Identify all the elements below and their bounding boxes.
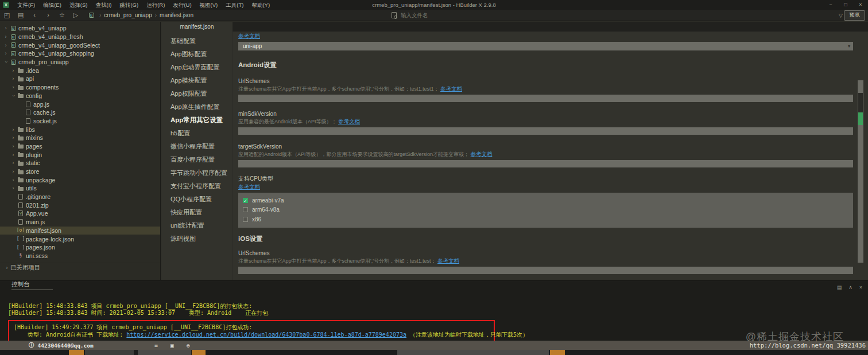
minimize-button[interactable]: −: [823, 0, 838, 10]
tree-item-0201-zip[interactable]: 0201.zip: [0, 201, 160, 209]
layout-grid-icon[interactable]: ▣: [170, 342, 174, 349]
console-tab[interactable]: 控制台: [11, 280, 53, 290]
nav-item-app-other-settings[interactable]: App常用其它设置: [161, 114, 232, 127]
chevron-right-icon[interactable]: [10, 127, 17, 132]
tree-item-app-js[interactable]: app.js: [0, 100, 160, 108]
app-platform-select[interactable]: uni-app ▾: [238, 42, 853, 50]
config-scrollbar-thumb-marker[interactable]: [858, 112, 863, 125]
chevron-right-icon[interactable]: [10, 143, 17, 149]
chevron-right-icon[interactable]: [2, 50, 9, 56]
nav-item-app-splash-config[interactable]: App启动界面配置: [161, 61, 232, 74]
chevron-right-icon[interactable]: [10, 185, 17, 191]
tree-item-crmeb_v4_uniapp_fresh[interactable]: crmeb_v4_uniapp_fresh: [0, 33, 160, 41]
reference-doc-link[interactable]: 参考文档: [437, 258, 459, 264]
closed-projects-row[interactable]: 已关闭项目: [0, 263, 160, 272]
filter-funnel-icon[interactable]: ▽: [839, 13, 843, 18]
tree-item-uni-scss[interactable]: uni.scss: [0, 252, 160, 260]
new-file-icon[interactable]: ◰: [0, 10, 14, 21]
close-console-icon[interactable]: ×: [859, 284, 862, 290]
tree-item-app-vue[interactable]: App.vue: [0, 209, 160, 218]
nav-item-h5-config[interactable]: h5配置: [161, 127, 232, 140]
nav-item-app-module-config[interactable]: App模块配置: [161, 74, 232, 87]
download-url-link[interactable]: https://service.dcloud.net.cn/build/down…: [126, 331, 406, 338]
cpu-option-armeabi-v7a[interactable]: ✓armeabi-v7a: [243, 196, 848, 205]
menu-edit[interactable]: 编辑(E): [39, 0, 65, 10]
chevron-right-icon[interactable]: [2, 25, 9, 31]
android-urlschemes-input[interactable]: [238, 95, 853, 102]
nav-item-source-view[interactable]: 源码视图: [161, 232, 232, 245]
preview-button[interactable]: 预览: [844, 10, 865, 21]
checkbox-checked-icon[interactable]: ✓: [243, 198, 248, 203]
menu-view[interactable]: 视图(V): [196, 0, 222, 10]
menu-find[interactable]: 查找(I): [91, 0, 115, 10]
tree-item-package-lock-json[interactable]: package-lock.json: [0, 235, 160, 243]
tree-item-pages-json[interactable]: pages.json: [0, 243, 160, 252]
chevron-right-icon[interactable]: [10, 152, 17, 158]
outline-list-icon[interactable]: ≡: [154, 342, 158, 349]
nav-item-app-permission-config[interactable]: App权限配置: [161, 87, 232, 100]
config-scrollbar-thumb[interactable]: [858, 93, 863, 112]
console-settings-icon[interactable]: ▤: [837, 284, 842, 290]
chevron-right-icon[interactable]: [10, 135, 17, 141]
search-input[interactable]: [401, 12, 516, 18]
tree-item-socket-js[interactable]: socket.js: [0, 117, 160, 126]
tree-item-pages[interactable]: pages: [0, 142, 160, 151]
tree-item-mixins[interactable]: mixins: [0, 134, 160, 142]
chevron-down-icon[interactable]: [2, 59, 9, 65]
run-icon[interactable]: ▷: [69, 10, 83, 21]
nav-item-app-icon-config[interactable]: App图标配置: [161, 48, 232, 61]
tree-item-idea[interactable]: .idea: [0, 66, 160, 75]
cpu-option-arm64-v8a[interactable]: arm64-v8a: [243, 205, 848, 215]
forward-icon[interactable]: ›: [41, 10, 55, 21]
tree-item-crmeb_v4_uniapp[interactable]: crmeb_v4_uniapp: [0, 24, 160, 33]
menu-help[interactable]: 帮助(Y): [247, 0, 274, 10]
chevron-right-icon[interactable]: [10, 177, 17, 183]
tree-item-unpackage[interactable]: unpackage: [0, 175, 160, 184]
tree-item-components[interactable]: components: [0, 83, 160, 92]
nav-item-baidu-mp-config[interactable]: 百度小程序配置: [161, 153, 232, 166]
nav-item-app-native-plugin-config[interactable]: App原生插件配置: [161, 100, 232, 114]
menu-run[interactable]: 运行(R): [142, 0, 169, 10]
chevron-down-icon[interactable]: [10, 93, 17, 99]
tree-item-utils[interactable]: utils: [0, 184, 160, 193]
checkbox-unchecked-icon[interactable]: [243, 217, 248, 222]
menu-publish[interactable]: 发行(U): [169, 0, 195, 10]
tree-item-store[interactable]: store: [0, 167, 160, 176]
nav-item-uni-statistics-config[interactable]: uni统计配置: [161, 219, 232, 232]
min-sdk-input[interactable]: [238, 127, 853, 135]
chevron-right-icon[interactable]: [2, 34, 9, 40]
menu-select[interactable]: 选择(S): [65, 0, 92, 10]
breadcrumb-project[interactable]: crmeb_pro_uniapp: [104, 12, 152, 18]
chevron-right-icon[interactable]: [10, 160, 17, 166]
star-icon[interactable]: ☆: [55, 10, 69, 21]
checkbox-unchecked-icon[interactable]: [243, 207, 248, 212]
tree-item-main-js[interactable]: main.js: [0, 218, 160, 227]
save-icon[interactable]: ▤: [14, 10, 28, 21]
reference-doc-link[interactable]: 参考文档: [440, 85, 462, 92]
tree-item-static[interactable]: static: [0, 159, 160, 167]
tree-item-cache-js[interactable]: cache.js: [0, 108, 160, 117]
chevron-right-icon[interactable]: [2, 42, 9, 48]
menu-tools[interactable]: 工具(T): [222, 0, 247, 10]
back-icon[interactable]: ‹: [28, 10, 41, 21]
reference-doc-link[interactable]: 参考文档: [238, 184, 260, 190]
reference-doc-link[interactable]: 参考文档: [238, 33, 260, 39]
tree-item-plugin[interactable]: plugin: [0, 150, 160, 159]
chevron-right-icon[interactable]: [10, 84, 17, 90]
tree-item-config[interactable]: config: [0, 92, 160, 100]
tree-item-libs[interactable]: libs: [0, 125, 160, 134]
reference-doc-link[interactable]: 参考文档: [338, 118, 360, 124]
network-globe-icon[interactable]: ⊕: [187, 342, 190, 349]
reference-doc-link[interactable]: 参考文档: [471, 151, 493, 157]
tree-item-api[interactable]: api: [0, 75, 160, 83]
maximize-button[interactable]: □: [838, 0, 853, 10]
nav-item-weixin-mp-config[interactable]: 微信小程序配置: [161, 140, 232, 153]
ios-urlschemes-input[interactable]: [238, 267, 853, 274]
close-button[interactable]: ×: [853, 0, 868, 10]
chevron-right-icon[interactable]: [10, 169, 17, 174]
tree-item-crmeb_v4_uniapp_shopping[interactable]: crmeb_v4_uniapp_shopping: [0, 49, 160, 58]
tree-item-crmeb_pro_uniapp[interactable]: crmeb_pro_uniapp: [0, 58, 160, 67]
nav-item-bytedance-mp-config[interactable]: 字节跳动小程序配置: [161, 166, 232, 180]
nav-item-quickapp-config[interactable]: 快应用配置: [161, 206, 232, 219]
tab-manifest-json[interactable]: manifest.json: [161, 22, 232, 32]
